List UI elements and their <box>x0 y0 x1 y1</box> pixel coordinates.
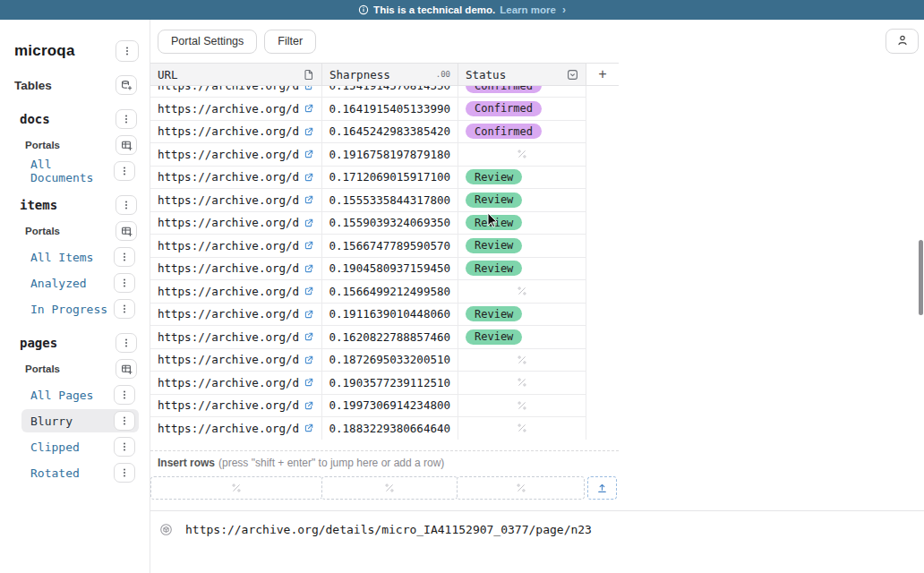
sharpness-cell[interactable]: 0.1541914570814350 <box>322 86 458 97</box>
url-cell[interactable]: https://archive.org/det… <box>150 121 322 143</box>
status-cell[interactable]: Review <box>458 235 586 257</box>
url-cell[interactable]: https://archive.org/det… <box>150 304 322 326</box>
add-table-button[interactable] <box>116 75 137 95</box>
sharpness-cell[interactable]: 0.1916758197879180 <box>322 143 458 166</box>
external-link-icon[interactable] <box>304 263 314 274</box>
portal-settings-button[interactable]: Portal Settings <box>158 30 257 54</box>
sidebar-view-blurry[interactable]: Blurry <box>21 409 139 432</box>
column-header-sharpness[interactable]: Sharpness.00 <box>322 64 458 85</box>
sharpness-cell[interactable]: 0.1645242983385420 <box>322 121 458 143</box>
sidebar-view-clipped[interactable]: Clipped <box>21 435 139 458</box>
add-portal-button[interactable] <box>116 135 137 155</box>
sharpness-cell[interactable]: 0.1904580937159450 <box>322 258 458 280</box>
url-cell[interactable]: https://archive.org/det… <box>150 143 322 166</box>
sharpness-cell[interactable]: 0.1641915405133990 <box>322 98 458 120</box>
sharpness-cell[interactable]: 0.1903577239112510 <box>322 372 458 394</box>
external-link-icon[interactable] <box>304 149 314 159</box>
external-link-icon[interactable] <box>304 309 314 320</box>
url-cell[interactable]: https://archive.org/det… <box>150 258 322 280</box>
external-link-icon[interactable] <box>304 355 314 365</box>
scrollbar-thumb[interactable] <box>919 240 923 315</box>
external-link-icon[interactable] <box>304 286 314 296</box>
status-cell[interactable] <box>458 143 586 166</box>
sharpness-cell[interactable]: 0.1997306914234800 <box>322 395 458 417</box>
external-link-icon[interactable] <box>304 331 314 342</box>
view-menu-button[interactable] <box>114 437 135 457</box>
url-cell[interactable]: https://archive.org/det… <box>150 189 322 211</box>
account-button[interactable] <box>886 29 919 54</box>
table-menu-button[interactable] <box>116 333 137 353</box>
url-cell[interactable]: https://archive.org/det… <box>150 395 322 417</box>
status-cell[interactable]: Review <box>458 326 586 348</box>
view-menu-button[interactable] <box>114 247 135 267</box>
filter-button[interactable]: Filter <box>264 30 316 54</box>
sharpness-cell[interactable]: 0.1911639010448060 <box>322 304 458 326</box>
upload-rows-button[interactable] <box>587 476 617 500</box>
status-cell[interactable]: Review <box>458 167 586 189</box>
status-cell[interactable]: Review <box>458 304 586 326</box>
sidebar-view-rotated[interactable]: Rotated <box>21 461 139 484</box>
sidebar-table-items[interactable]: items <box>20 193 137 217</box>
view-menu-button[interactable] <box>114 463 135 483</box>
view-menu-button[interactable] <box>114 161 135 181</box>
url-cell[interactable]: https://archive.org/det… <box>150 212 322 235</box>
sidebar-view-all-documents[interactable]: All Documents <box>21 159 139 183</box>
table-menu-button[interactable] <box>116 195 137 215</box>
external-link-icon[interactable] <box>304 240 314 251</box>
url-cell[interactable]: https://archive.org/det… <box>150 98 322 120</box>
insert-cell-url[interactable] <box>150 476 322 500</box>
sidebar-view-in-progress[interactable]: In Progress <box>21 297 139 321</box>
url-cell[interactable]: https://archive.org/det… <box>150 326 322 348</box>
url-cell[interactable]: https://archive.org/det… <box>150 417 322 440</box>
sidebar-view-all-items[interactable]: All Items <box>21 245 139 269</box>
view-menu-button[interactable] <box>114 385 135 405</box>
status-cell[interactable] <box>458 417 586 440</box>
view-menu-button[interactable] <box>114 273 135 293</box>
status-cell[interactable]: Review <box>458 189 586 211</box>
column-header-url[interactable]: URL <box>150 64 322 85</box>
sidebar-view-analyzed[interactable]: Analyzed <box>21 271 139 295</box>
external-link-icon[interactable] <box>304 218 314 228</box>
add-portal-button[interactable] <box>116 359 137 379</box>
insert-cell-sharpness[interactable] <box>321 476 458 500</box>
external-link-icon[interactable] <box>304 103 314 114</box>
url-cell[interactable]: https://archive.org/det… <box>150 167 322 189</box>
sharpness-cell[interactable]: 0.1620822788857460 <box>322 326 458 348</box>
sidebar-table-docs[interactable]: docs <box>20 107 137 131</box>
sharpness-cell[interactable]: 0.1566747789590570 <box>322 235 458 257</box>
external-link-icon[interactable] <box>304 194 314 205</box>
status-cell[interactable]: Review <box>458 258 586 280</box>
view-menu-button[interactable] <box>114 299 135 319</box>
status-cell[interactable] <box>458 395 586 417</box>
view-menu-button[interactable] <box>114 411 135 431</box>
sidebar-view-all-pages[interactable]: All Pages <box>21 383 139 406</box>
sharpness-cell[interactable]: 0.1872695033200510 <box>322 349 458 372</box>
status-cell[interactable] <box>458 372 586 394</box>
url-cell[interactable]: https://archive.org/det… <box>150 349 322 372</box>
status-cell[interactable] <box>458 280 586 303</box>
status-cell[interactable] <box>458 349 586 372</box>
sharpness-cell[interactable]: 0.1566499212499580 <box>322 280 458 303</box>
status-cell[interactable]: Review <box>458 212 586 235</box>
banner-learn-more-link[interactable]: Learn more <box>500 4 556 15</box>
url-cell[interactable]: https://archive.org/det… <box>150 86 322 97</box>
external-link-icon[interactable] <box>304 377 314 388</box>
url-cell[interactable]: https://archive.org/det… <box>150 372 322 394</box>
sharpness-cell[interactable]: 0.1559039324069350 <box>322 212 458 235</box>
sharpness-cell[interactable]: 0.1712069015917100 <box>322 167 458 189</box>
external-link-icon[interactable] <box>304 400 314 411</box>
status-cell[interactable]: Confirmed <box>458 86 586 97</box>
column-header-status[interactable]: Status <box>458 64 586 85</box>
url-cell[interactable]: https://archive.org/det… <box>150 235 322 257</box>
sidebar-table-pages[interactable]: pages <box>20 331 137 355</box>
external-link-icon[interactable] <box>304 126 314 137</box>
external-link-icon[interactable] <box>304 423 314 433</box>
workspace-menu-button[interactable] <box>116 40 139 62</box>
workspace-row[interactable]: microqa <box>14 38 139 64</box>
sharpness-cell[interactable]: 0.1555335844317800 <box>322 189 458 211</box>
status-cell[interactable]: Confirmed <box>458 98 586 120</box>
insert-cell-status[interactable] <box>457 476 585 500</box>
external-link-icon[interactable] <box>304 172 314 183</box>
url-cell[interactable]: https://archive.org/det… <box>150 280 322 303</box>
add-portal-button[interactable] <box>116 221 137 241</box>
